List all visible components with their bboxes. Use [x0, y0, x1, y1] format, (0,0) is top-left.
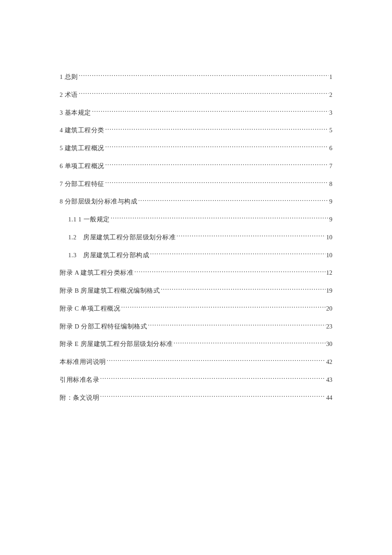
- toc-entry-page: 7: [329, 162, 332, 171]
- toc-entry-title: 8 分部层级划分标准与构成: [60, 197, 137, 206]
- toc-leader-dots: [105, 162, 329, 168]
- toc-leader-dots: [100, 393, 326, 400]
- toc-entry-title: 1.1 1 一般规定: [68, 215, 110, 224]
- toc-leader-dots: [161, 287, 325, 293]
- toc-entry-page: 9: [329, 197, 332, 206]
- toc-leader-dots: [79, 90, 329, 97]
- toc-leader-dots: [111, 215, 329, 222]
- toc-entry: 3 基本规定3: [60, 108, 332, 118]
- toc-entry-title: 附录 B 房屋建筑工程概况编制格式: [60, 286, 160, 296]
- toc-entry-title: 1 总则: [60, 73, 78, 82]
- toc-entry-page: 42: [326, 357, 333, 367]
- toc-entry: 附：条文说明44: [60, 393, 332, 403]
- toc-entry: 附录 E 房屋建筑工程分部层级划分标准30: [60, 340, 332, 349]
- toc-entry-page: 30: [326, 340, 333, 349]
- toc-entry: 附录 B 房屋建筑工程概况编制格式19: [60, 286, 332, 296]
- toc-entry-title: 2 术语: [60, 90, 78, 100]
- toc-entry: 引用标准名录43: [60, 375, 332, 385]
- toc-entry: 1.1 1 一般规定9: [60, 215, 332, 224]
- toc-entry: 本标准用词说明42: [60, 357, 332, 367]
- toc-entry: 6 单项工程概况7: [60, 162, 332, 171]
- toc-entry-page: 2: [329, 90, 332, 100]
- toc-entry-page: 10: [326, 233, 333, 242]
- toc-entry-title: 4 建筑工程分类: [60, 126, 104, 135]
- toc-entry-title: 6 单项工程概况: [60, 162, 104, 171]
- toc-entry-title: 1.2 房屋建筑工程分部层级划分标准: [68, 233, 176, 242]
- toc-leader-dots: [150, 251, 325, 257]
- toc-leader-dots: [100, 375, 326, 382]
- toc-entry-page: 12: [326, 268, 333, 278]
- toc-leader-dots: [79, 73, 329, 79]
- toc-entry: 2 术语2: [60, 90, 332, 100]
- toc-entry-page: 23: [326, 322, 333, 331]
- toc-entry-title: 7 分部工程特征: [60, 180, 104, 189]
- toc-entry-title: 附：条文说明: [60, 393, 99, 403]
- toc-leader-dots: [105, 126, 329, 133]
- toc-entry-title: 附录 D 分部工程特征编制格式: [60, 322, 147, 331]
- toc-entry-title: 本标准用词说明: [60, 357, 106, 367]
- toc-entry: 附录 C 单项工程概况20: [60, 304, 332, 314]
- toc-entry: 1 总则1: [60, 73, 332, 82]
- toc-leader-dots: [105, 180, 329, 186]
- toc-entry-page: 9: [329, 215, 332, 224]
- toc-entry-page: 6: [329, 144, 332, 153]
- toc-entry-title: 1.3 房屋建筑工程分部构成: [68, 251, 149, 260]
- toc-leader-dots: [148, 322, 325, 328]
- toc-leader-dots: [92, 108, 329, 115]
- toc-entry: 1.2 房屋建筑工程分部层级划分标准10: [60, 233, 332, 242]
- toc-leader-dots: [134, 269, 325, 275]
- toc-entry-page: 43: [326, 375, 333, 385]
- toc-entry: 附录 A 建筑工程分类标准12: [60, 268, 332, 278]
- toc-entry: 4 建筑工程分类5: [60, 126, 332, 135]
- toc-entry-page: 5: [329, 126, 332, 135]
- toc-leader-dots: [174, 340, 326, 346]
- toc-entry-title: 5 建筑工程概况: [60, 144, 104, 153]
- toc-leader-dots: [176, 233, 325, 239]
- toc-leader-dots: [138, 198, 328, 204]
- toc-entry-title: 引用标准名录: [60, 375, 99, 385]
- toc-entry: 附录 D 分部工程特征编制格式23: [60, 322, 332, 331]
- toc-entry: 1.3 房屋建筑工程分部构成10: [60, 251, 332, 260]
- toc-entry-page: 19: [326, 286, 333, 296]
- toc-entry-title: 附录 A 建筑工程分类标准: [60, 268, 133, 278]
- toc-entry-page: 10: [326, 251, 333, 260]
- toc-entry-page: 44: [326, 393, 333, 403]
- toc-entry: 8 分部层级划分标准与构成9: [60, 197, 332, 206]
- toc-entry: 7 分部工程特征8: [60, 180, 332, 189]
- toc-entry-page: 20: [326, 304, 333, 314]
- table-of-contents: 1 总则12 术语23 基本规定34 建筑工程分类55 建筑工程概况66 单项工…: [60, 73, 332, 402]
- toc-leader-dots: [105, 144, 329, 151]
- toc-leader-dots: [121, 304, 325, 311]
- toc-entry-page: 8: [329, 180, 332, 189]
- toc-entry-page: 1: [329, 73, 332, 82]
- toc-entry: 5 建筑工程概况6: [60, 144, 332, 153]
- toc-entry-title: 3 基本规定: [60, 108, 91, 118]
- toc-entry-title: 附录 E 房屋建筑工程分部层级划分标准: [60, 340, 173, 349]
- toc-leader-dots: [107, 358, 326, 364]
- toc-entry-title: 附录 C 单项工程概况: [60, 304, 120, 314]
- toc-entry-page: 3: [329, 108, 332, 118]
